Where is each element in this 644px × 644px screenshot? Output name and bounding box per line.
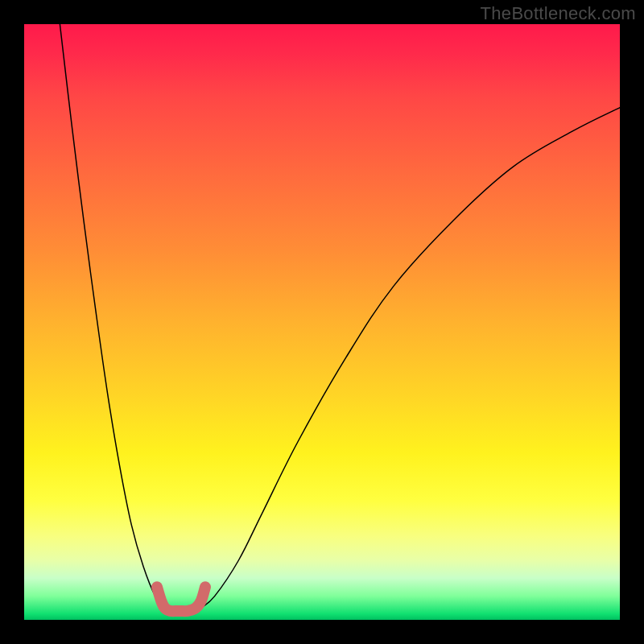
series-valley-highlight	[157, 587, 205, 611]
chart-svg	[24, 24, 620, 620]
series-left-branch	[60, 24, 164, 608]
plot-area	[24, 24, 620, 620]
series-right-branch	[201, 108, 620, 609]
watermark-text: TheBottleneck.com	[481, 3, 636, 24]
